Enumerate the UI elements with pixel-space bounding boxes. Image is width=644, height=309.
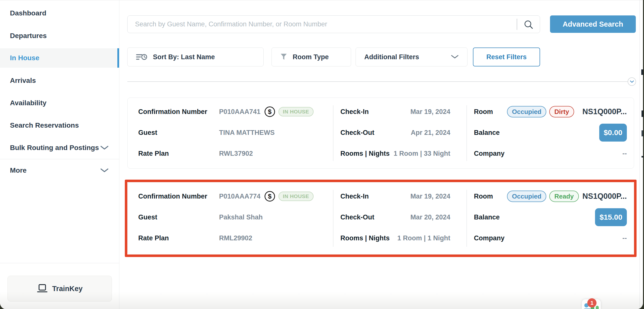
sidebar-divider [0, 263, 119, 263]
check-in-label: Check-In [340, 108, 369, 116]
sidebar-item-label: Availability [10, 99, 46, 107]
clipped-content-fragment [642, 110, 643, 117]
rate-plan-value: RWL37902 [219, 150, 253, 157]
sidebar-item-in-house[interactable]: In House [0, 48, 119, 68]
sidebar-item-label: Search Reservations [10, 121, 79, 129]
sidebar-item-arrivals[interactable]: Arrivals [0, 71, 119, 90]
sidebar-item-label: Dashboard [10, 9, 46, 17]
company-value: -- [622, 234, 627, 242]
rooms-nights-label: Rooms | Nights [340, 234, 390, 242]
check-in-label: Check-In [340, 193, 369, 200]
chat-logo-shape [596, 306, 599, 309]
rate-plan-value: RML29902 [219, 234, 252, 242]
sidebar-item-label: Arrivals [10, 77, 36, 85]
rate-plan-label: Rate Plan [138, 234, 219, 242]
company-value: -- [622, 150, 627, 157]
room-label: Room [474, 193, 507, 200]
sidebar: Dashboard Departures In House Arrivals A… [0, 0, 119, 309]
check-out-label: Check-Out [340, 129, 374, 137]
search-divider [517, 19, 517, 30]
sort-by-button[interactable]: Sort By: Last Name [127, 48, 264, 66]
room-number-value[interactable]: NS1Q000P... [582, 192, 627, 201]
check-in-value: Mar 19, 2024 [410, 108, 450, 116]
card-column-divider [333, 105, 334, 161]
highlight-frame: Confirmation Number P010AAA774 $ IN HOUS… [125, 180, 636, 257]
dollar-circle-icon[interactable]: $ [264, 191, 275, 201]
guest-value[interactable]: Pakshal Shah [219, 213, 263, 221]
guest-label: Guest [138, 213, 219, 221]
sidebar-item-departures[interactable]: Departures [0, 26, 119, 46]
additional-filters-label: Additional Filters [364, 53, 419, 61]
confirmation-number-value[interactable]: P010AAA741 [219, 108, 260, 116]
rate-plan-label: Rate Plan [138, 150, 219, 157]
chevron-down-icon [100, 146, 109, 150]
rooms-nights-label: Rooms | Nights [340, 150, 390, 157]
sidebar-item-availability[interactable]: Availability [0, 93, 119, 113]
funnel-icon [280, 53, 288, 61]
sidebar-item-more[interactable]: More [0, 161, 119, 180]
chevron-down-icon [451, 55, 459, 59]
notification-badge[interactable]: 1 [587, 298, 596, 307]
room-status-badge: Occupied [507, 106, 546, 117]
advanced-search-button[interactable]: Advanced Search [550, 16, 636, 33]
rooms-nights-value: 1 Room | 1 Night [397, 234, 450, 242]
balance-label: Balance [474, 213, 500, 221]
collapse-section-button[interactable] [628, 77, 636, 86]
card-column-divider [333, 190, 334, 247]
reset-filters-button[interactable]: Reset Filters [473, 48, 540, 66]
trainkey-label: TrainKey [52, 285, 83, 293]
company-label: Company [474, 234, 504, 242]
additional-filters-dropdown[interactable]: Additional Filters [356, 48, 468, 66]
sidebar-item-bulk-routing[interactable]: Bulk Routing and Postings [0, 138, 119, 157]
balance-button[interactable]: $15.00 [595, 208, 627, 226]
rooms-nights-value: 1 Room | 33 Night [394, 150, 450, 157]
search-input[interactable] [128, 16, 518, 33]
card-column-divider [466, 190, 467, 247]
confirmation-number-value[interactable]: P010AAA774 [219, 193, 260, 200]
sidebar-item-dashboard[interactable]: Dashboard [0, 4, 119, 23]
app-window: Dashboard Departures In House Arrivals A… [0, 0, 643, 309]
chevron-down-icon [630, 80, 634, 83]
balance-label: Balance [474, 129, 500, 137]
sidebar-item-label: In House [10, 54, 39, 62]
room-type-filter-button[interactable]: Room Type [272, 48, 351, 66]
guest-label: Guest [138, 129, 219, 137]
card-column-divider [466, 105, 467, 161]
status-badge: IN HOUSE [278, 192, 314, 201]
sort-by-time-icon [136, 53, 148, 62]
status-badge: IN HOUSE [278, 107, 314, 116]
clipped-content-fragment [641, 69, 643, 75]
balance-button[interactable]: $0.00 [599, 124, 627, 142]
reservation-card-selected[interactable]: Confirmation Number P010AAA774 $ IN HOUS… [127, 182, 634, 254]
company-label: Company [474, 150, 504, 157]
reservation-card[interactable]: Confirmation Number P010AAA741 $ IN HOUS… [127, 98, 634, 169]
confirmation-number-label: Confirmation Number [138, 193, 219, 200]
room-status-badge: Occupied [507, 191, 546, 202]
check-out-value: Apr 21, 2024 [411, 129, 450, 137]
guest-value[interactable]: TINA MATTHEWS [219, 129, 274, 137]
sidebar-item-label: Departures [10, 32, 47, 40]
sidebar-item-search-reservations[interactable]: Search Reservations [0, 116, 119, 135]
confirmation-number-label: Confirmation Number [138, 108, 219, 116]
clipped-right-panel [640, 0, 643, 309]
clipped-content-fragment [642, 156, 643, 157]
sidebar-divider [0, 159, 119, 159]
clipped-content-fragment [642, 130, 643, 136]
sort-by-label: Sort By: Last Name [153, 53, 215, 61]
check-in-value: Mar 19, 2024 [410, 193, 450, 200]
search-bar [127, 16, 540, 33]
room-number-value[interactable]: NS1Q000P... [582, 107, 627, 116]
section-divider [127, 81, 628, 82]
sidebar-item-label: More [10, 166, 26, 174]
room-label: Room [474, 108, 507, 116]
room-type-label: Room Type [293, 53, 329, 61]
trainkey-button[interactable]: TrainKey [8, 276, 112, 301]
housekeeping-status-badge: Dirty [549, 106, 574, 117]
chevron-down-icon [100, 168, 109, 173]
search-icon[interactable] [524, 20, 534, 30]
dollar-circle-icon[interactable]: $ [264, 107, 275, 117]
check-out-value: Mar 20, 2024 [410, 213, 450, 221]
housekeeping-status-badge: Ready [549, 191, 578, 202]
laptop-icon [37, 284, 48, 293]
sidebar-item-label: Bulk Routing and Postings [10, 144, 99, 152]
